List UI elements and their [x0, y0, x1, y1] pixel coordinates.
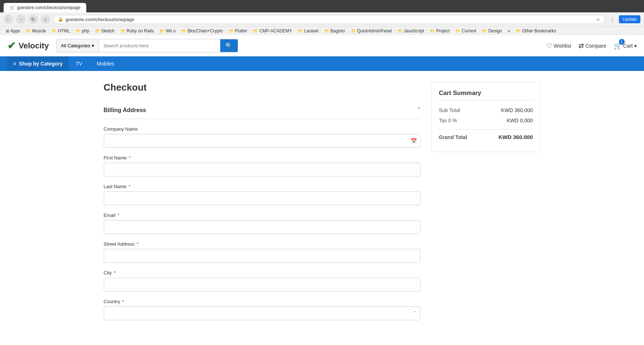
bookmark-html-label: HTML — [58, 28, 70, 33]
city-group: City * — [104, 270, 420, 292]
star-icon: ☆ — [596, 17, 600, 22]
bookmark-other[interactable]: 📁 Other Bookmarks — [514, 28, 558, 34]
bookmark-ruby[interactable]: 📁 Ruby on Rails — [118, 28, 156, 34]
cart-summary: Cart Summary Sub Total KWD 360.000 Tax 0… — [431, 82, 541, 152]
bookmark-project[interactable]: 📁 Project — [428, 28, 452, 34]
hamburger-icon: ≡ — [13, 61, 16, 67]
active-tab[interactable]: 🛒 goestore.com/checkout/onepage — [4, 3, 86, 12]
search-button[interactable]: 🔍 — [220, 39, 238, 52]
bookmark-javascript[interactable]: 📁 JavaScript — [395, 28, 426, 34]
address-bar[interactable]: 🔒 goestore.com/checkout/onepage ☆ — [53, 15, 605, 24]
cart-summary-title: Cart Summary — [439, 90, 533, 101]
bookmark-html[interactable]: 📁 HTML — [50, 28, 72, 34]
search-category-dropdown[interactable]: All Categories ▾ — [56, 39, 99, 52]
bookmark-design[interactable]: 📁 Design — [480, 28, 504, 34]
search-category-label: All Categories — [61, 43, 90, 48]
bookmark-sketch[interactable]: 📁 Sketch — [93, 28, 117, 34]
bookmark-php[interactable]: 📁 php — [74, 28, 91, 34]
compare-link[interactable]: ⇄ Compare — [578, 42, 607, 50]
city-required-marker: * — [114, 270, 116, 275]
bookmark-flutter-label: Flutter — [235, 28, 247, 33]
street-address-input[interactable] — [104, 249, 420, 263]
company-name-input[interactable] — [104, 134, 420, 148]
company-name-input-wrapper: 📅 — [104, 134, 420, 148]
folder-icon: 📁 — [351, 29, 356, 33]
browser-chrome: 🛒 goestore.com/checkout/onepage — [0, 0, 644, 12]
folder-icon: 📁 — [398, 29, 403, 33]
grand-total-value: KWD 360.000 — [498, 134, 533, 140]
header-actions: ♡ Wishlist ⇄ Compare 🛒 1 Cart ▾ — [546, 42, 637, 50]
bookmark-other-label: Other Bookmarks — [522, 28, 556, 33]
last-name-input[interactable] — [104, 191, 420, 205]
bookmark-laravel-label: Laravel — [304, 28, 318, 33]
compare-icon: ⇄ — [578, 42, 584, 50]
tax-value: KWD 0.000 — [507, 118, 533, 123]
compare-label: Compare — [585, 43, 607, 49]
nav-link-tv[interactable]: TV — [68, 56, 90, 71]
home-button[interactable]: ⌂ — [41, 15, 50, 24]
reload-button[interactable]: ↻ — [28, 15, 38, 24]
back-button[interactable]: ← — [4, 15, 13, 24]
last-name-label: Last Name * — [104, 184, 420, 189]
folder-icon: 📁 — [76, 29, 81, 33]
bookmark-design-label: Design — [488, 28, 502, 33]
logo-link[interactable]: ✔ Velocity — [7, 40, 49, 52]
bookmark-php-label: php — [82, 28, 89, 33]
bookmark-project-label: Project — [436, 28, 450, 33]
update-button[interactable]: Update — [619, 15, 640, 23]
folder-icon: 📁 — [430, 29, 435, 33]
cart-chevron-icon: ▾ — [634, 43, 637, 49]
first-name-input[interactable] — [104, 163, 420, 177]
bookmark-apps[interactable]: ⊞ Apps — [4, 28, 22, 34]
folder-icon: 📁 — [516, 29, 521, 33]
apps-icon: ⊞ — [6, 29, 9, 33]
bookmarks-bar: ⊞ Apps 📁 Muscle 📁 HTML 📁 php 📁 Sketch 📁 … — [0, 26, 644, 35]
search-input[interactable] — [99, 39, 220, 52]
browser-tabs: 🛒 goestore.com/checkout/onepage — [4, 3, 640, 12]
bookmark-bagisto[interactable]: 📁 Bagisto — [322, 28, 347, 34]
subtotal-label: Sub Total — [439, 107, 460, 113]
url-text: goestore.com/checkout/onepage — [66, 17, 594, 22]
bookmark-laravel[interactable]: 📁 Laravel — [296, 28, 320, 34]
extensions-button[interactable]: ⋮ — [608, 15, 617, 24]
nav-link-tv-label: TV — [76, 61, 82, 67]
last-name-required-marker: * — [129, 184, 130, 189]
cart-link[interactable]: 🛒 1 Cart ▾ — [614, 42, 637, 50]
bookmark-muscle[interactable]: 📁 Muscle — [24, 28, 48, 34]
email-label: Email * — [104, 213, 420, 218]
bookmark-cmp[interactable]: 📁 CMP-ACADEMY — [251, 28, 294, 34]
subtotal-row: Sub Total KWD 360.000 — [439, 107, 533, 113]
logo-checkmark: ✔ — [7, 40, 16, 52]
nav-link-mobiles[interactable]: Mobiles — [90, 56, 122, 71]
bookmarks-more-button[interactable]: » — [506, 28, 513, 34]
bookmark-wiiu-label: Wii u — [166, 28, 175, 33]
chevron-down-icon: ▾ — [92, 43, 94, 48]
country-select[interactable] — [104, 306, 420, 320]
city-label: City * — [104, 270, 420, 275]
bookmark-flutter[interactable]: 📁 Flutter — [226, 28, 249, 34]
folder-icon: 📁 — [120, 29, 126, 33]
bookmark-bagisto-label: Bagisto — [331, 28, 345, 33]
nav-links: TV Mobiles — [68, 56, 122, 71]
cart-badge: 🛒 1 — [614, 42, 622, 50]
bookmark-wiiu[interactable]: 📁 Wii u — [157, 28, 178, 34]
company-name-group: Company Name 📅 — [104, 126, 420, 148]
first-name-label: First Name * — [104, 155, 420, 160]
folder-icon: 📁 — [324, 29, 329, 33]
folder-icon: 📁 — [482, 29, 487, 33]
street-address-group: Street Address * — [104, 241, 420, 263]
heart-icon: ♡ — [546, 42, 552, 50]
bookmark-current[interactable]: 📁 Current — [453, 28, 478, 34]
forward-button[interactable]: → — [16, 15, 25, 24]
billing-address-toggle[interactable]: ˅ — [417, 106, 420, 114]
tax-label: Tax 0 % — [439, 118, 457, 123]
bookmark-blockchain[interactable]: 📁 BlocChain+Crypto — [179, 28, 225, 34]
email-input[interactable] — [104, 220, 420, 234]
email-group: Email * — [104, 213, 420, 234]
city-input[interactable] — [104, 278, 420, 292]
folder-icon: 📁 — [455, 29, 461, 33]
shop-by-category-button[interactable]: ≡ Shop by Category — [7, 56, 68, 71]
country-group: Country * ˅ — [104, 299, 420, 320]
bookmark-quickadmin[interactable]: 📁 QuickAdminPanel — [349, 28, 394, 34]
wishlist-link[interactable]: ♡ Wishlist — [546, 42, 571, 50]
